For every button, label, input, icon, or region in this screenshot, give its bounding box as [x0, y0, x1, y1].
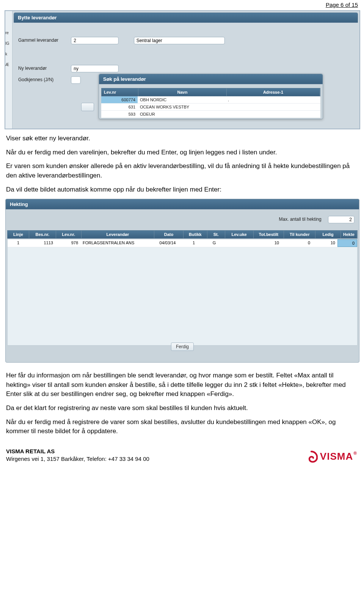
col-leverandor: Leverandør	[82, 231, 155, 238]
col-dato: Dato	[154, 231, 184, 238]
popup-sok-leverandor: Søk på leverandør Lev.nr Navn Adresse-1 …	[99, 74, 323, 119]
unknown-button[interactable]	[81, 103, 94, 111]
gammel-leverandor-navn-input[interactable]	[134, 37, 225, 44]
cell-besnr: 1113	[29, 239, 55, 247]
col-butikk: Butikk	[184, 231, 207, 238]
cell-levnr: 593	[101, 111, 138, 118]
col-tilkunder: Til kunder	[284, 231, 315, 238]
col-levnr: Lev.nr	[102, 88, 138, 96]
hekting-row[interactable]: 1 1113 978 FORLAGSENTRALEN ANS 04/03/14 …	[8, 239, 357, 247]
cell-navn: OCEAN WORKS VESTBY	[138, 104, 226, 110]
col-navn: Navn	[138, 88, 227, 96]
strip-txt: k	[5, 49, 12, 60]
paragraph: Når du er ferdig med den varelinjen, bek…	[6, 148, 353, 157]
cell-adr: .	[226, 96, 320, 103]
company-address: Wirgenes vei 1, 3157 Barkåker, Telefon: …	[6, 455, 149, 463]
visma-logo-text: VISMA®	[320, 451, 357, 462]
cell-st: G	[206, 239, 223, 247]
hekting-grid-header: Linje Bes.nr. Lev.nr. Leverandør Dato Bu…	[7, 230, 358, 239]
panel-title: Bytte leverandør	[14, 13, 358, 23]
col-hekte: Hekte	[341, 231, 357, 238]
cell-adr	[226, 111, 320, 118]
paragraph: Når du er ferdig med å registrere de var…	[6, 418, 353, 436]
strip-txt: Æ	[5, 60, 12, 70]
paragraph: Her får du informasjon om når bestilling…	[6, 371, 353, 399]
cell-linje: 1	[8, 239, 29, 247]
body-text: Viser søk etter ny leverandør. Når du er…	[0, 134, 364, 194]
popup-row[interactable]: 593 ODEUR	[101, 111, 320, 118]
cell-navn: OBH NORDIC	[138, 96, 226, 103]
ny-leverandor-input[interactable]	[71, 65, 119, 72]
max-antall-input[interactable]	[328, 216, 355, 223]
col-totbestilt: Tot.bestilt	[254, 231, 284, 238]
popup-grid-body: 600774 OBH NORDIC . 631 OCEAN WORKS VEST…	[101, 96, 320, 118]
col-levuke: Lev.uke	[225, 231, 254, 238]
company-name: VISMA RETAIL AS	[6, 448, 149, 455]
body-text: Her får du informasjon om når bestilling…	[0, 363, 364, 436]
popup-row[interactable]: 600774 OBH NORDIC .	[101, 96, 320, 104]
col-linje: Linje	[8, 231, 29, 238]
cell-levnr: 631	[101, 104, 138, 110]
popup-title: Søk på leverandør	[99, 74, 323, 84]
col-ledig: Ledig	[315, 231, 341, 238]
paragraph: Er varen som kunden ønsker allerede på e…	[6, 162, 353, 180]
paragraph: Da er det klart for registrering av nest…	[6, 404, 353, 413]
ferdig-button[interactable]: Ferdig	[171, 343, 194, 351]
hekting-grid-body: 1 1113 978 FORLAGSENTRALEN ANS 04/03/14 …	[7, 239, 358, 346]
page-header: Page 6 of 15	[0, 0, 364, 10]
cell-tilk: 0	[281, 239, 312, 247]
cell-levnr: 600774	[101, 96, 138, 103]
godkjennes-label: Godkjennes (J/N)	[18, 77, 70, 82]
gammel-leverandor-label: Gammel leverandør	[18, 38, 70, 43]
visma-logo: VISMA®	[305, 450, 357, 463]
cell-dato: 04/03/14	[153, 239, 182, 247]
cell-leverandor: FORLAGSENTRALEN ANS	[80, 239, 153, 247]
cell-navn: ODEUR	[138, 111, 226, 118]
godkjennes-input[interactable]	[71, 76, 81, 84]
visma-logo-icon	[305, 450, 318, 463]
cell-levnr: 978	[55, 239, 80, 247]
col-adresse: Adresse-1	[227, 88, 320, 96]
cell-adr	[226, 104, 320, 110]
footer-left: VISMA RETAIL AS Wirgenes vei 1, 3157 Bar…	[6, 448, 149, 463]
col-besnr: Bes.nr.	[29, 231, 56, 238]
cell-tot: 10	[251, 239, 281, 247]
left-strip: re IG k Æ	[5, 11, 13, 129]
popup-grid-header: Lev.nr Navn Adresse-1	[101, 88, 320, 96]
strip-txt: re	[5, 28, 12, 38]
page-footer: VISMA RETAIL AS Wirgenes vei 1, 3157 Bar…	[0, 441, 364, 465]
col-levnr: Lev.nr.	[56, 231, 82, 238]
ny-leverandor-label: Ny leverandør	[18, 66, 70, 71]
cell-hekte[interactable]: 0	[337, 239, 357, 247]
screenshot-hekting: Hekting Max. antall til hekting Linje Be…	[5, 199, 359, 363]
cell-ledig: 10	[312, 239, 337, 247]
popup-row[interactable]: 631 OCEAN WORKS VESTBY	[101, 104, 320, 111]
cell-levuke	[223, 239, 251, 247]
panel-title: Hekting	[6, 199, 359, 209]
max-antall-label: Max. antall til hekting	[279, 217, 322, 222]
paragraph: Da vil dette bildet automatisk komme opp…	[6, 185, 353, 195]
gammel-leverandor-id-input[interactable]	[71, 37, 119, 44]
cell-butikk: 1	[182, 239, 206, 247]
strip-txt: IG	[5, 38, 12, 49]
col-st: St.	[207, 231, 225, 238]
screenshot-bytte-leverandor: re IG k Æ Bytte leverandør Gammel levera…	[5, 10, 360, 129]
paragraph: Viser søk etter ny leverandør.	[6, 134, 353, 143]
